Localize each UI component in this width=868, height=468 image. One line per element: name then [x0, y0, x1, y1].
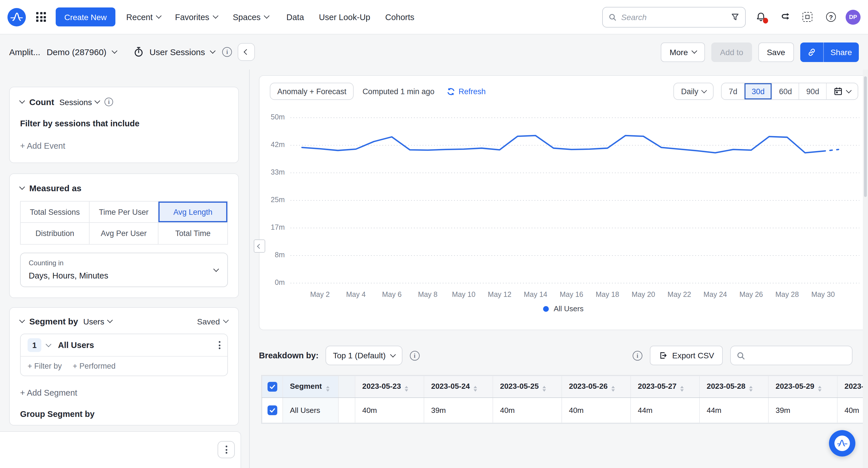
refresh-button[interactable]: Refresh [446, 87, 486, 96]
more-button[interactable]: More [661, 42, 705, 62]
nav-user-lookup-link[interactable]: User Look-Up [319, 12, 370, 22]
collapse-sidebar-button[interactable] [238, 43, 255, 61]
segment-by-title: Segment by [29, 316, 78, 326]
sidebar-kebab-button[interactable] [218, 441, 235, 458]
forecast-line [823, 150, 838, 151]
option-distribution[interactable]: Distribution [21, 223, 90, 244]
export-csv-button[interactable]: Export CSV [650, 346, 723, 365]
breakdown-dropdown[interactable]: Top 1 (Default) [326, 346, 402, 365]
sort-icon[interactable] [749, 386, 753, 392]
row-checkbox[interactable] [268, 405, 277, 415]
group-segment-by-label: Group Segment by [20, 409, 228, 418]
performed-button[interactable]: + Performed [73, 362, 115, 370]
info-icon[interactable]: i [410, 350, 420, 360]
main-area: Anomaly + Forecast Computed 1 min ago Re… [250, 69, 868, 468]
nav-data-link[interactable]: Data [286, 12, 304, 22]
sort-icon[interactable] [818, 386, 822, 392]
option-avg-length[interactable]: Avg Length [158, 201, 227, 223]
copy-link-button[interactable] [800, 42, 823, 62]
chevron-down-icon [107, 317, 113, 323]
scrollbar-thumb[interactable] [864, 76, 867, 197]
chevron-down-icon[interactable] [210, 48, 216, 54]
add-event-button[interactable]: + Add Event [20, 141, 228, 151]
range-90d[interactable]: 90d [799, 83, 826, 99]
sort-icon[interactable] [681, 386, 684, 392]
nav-cohorts-link[interactable]: Cohorts [385, 12, 414, 22]
user-avatar[interactable]: DP [846, 9, 861, 24]
chevron-down-icon [692, 48, 698, 54]
segment-index[interactable]: 1 [28, 338, 41, 352]
option-total-time[interactable]: Total Time [158, 223, 227, 244]
legend-label[interactable]: All Users [554, 304, 584, 313]
anomaly-forecast-button[interactable]: Anomaly + Forecast [270, 83, 354, 100]
custom-date-range-button[interactable] [826, 83, 858, 99]
filter-by-button[interactable]: + Filter by [28, 362, 62, 370]
collapse-section-icon[interactable] [19, 317, 25, 323]
granularity-dropdown[interactable]: Daily [674, 83, 714, 100]
date-column-header[interactable]: 2023-05-28 [700, 376, 768, 398]
collapse-section-icon[interactable] [19, 98, 25, 104]
option-time-per-user[interactable]: Time Per User [90, 201, 158, 223]
project-name[interactable]: Demo (287960) [46, 47, 106, 57]
info-icon[interactable]: i [222, 47, 232, 57]
add-segment-button[interactable]: + Add Segment [20, 388, 228, 397]
value-cell: 39m [768, 398, 837, 423]
info-icon[interactable]: i [632, 350, 642, 360]
global-search[interactable] [602, 7, 746, 27]
date-column-header[interactable]: 2023-05-24 [424, 376, 493, 398]
line-chart[interactable]: 50m42m33m25m17m8m0mMay 2May 4May 6May 8M… [259, 108, 867, 300]
filter-funnel-icon[interactable] [731, 12, 739, 21]
vertical-scrollbar[interactable] [863, 69, 868, 468]
select-region-icon[interactable] [803, 12, 812, 22]
sort-icon[interactable] [405, 386, 408, 392]
counting-in-select[interactable]: Counting in Days, Hours, Minutes [20, 253, 228, 287]
segment-entity-dropdown[interactable]: Users [83, 317, 112, 326]
select-all-checkbox[interactable] [268, 382, 277, 392]
chevron-down-icon[interactable] [45, 341, 51, 347]
nav-recent-dropdown[interactable]: Recent [126, 12, 161, 22]
date-column-header[interactable]: 2023-05-25 [493, 376, 562, 398]
event-dropdown[interactable]: Sessions [59, 97, 100, 106]
date-column-header[interactable]: 2023-05-29 [768, 376, 837, 398]
range-7d[interactable]: 7d [722, 83, 744, 99]
option-total-sessions[interactable]: Total Sessions [21, 201, 90, 223]
table-search-input[interactable] [730, 346, 852, 365]
journeys-icon[interactable] [780, 11, 790, 22]
org-name[interactable]: Amplit... [9, 47, 40, 57]
nav-spaces-dropdown[interactable]: Spaces [233, 12, 269, 22]
chevron-down-icon[interactable] [112, 48, 118, 54]
save-button[interactable]: Save [758, 42, 794, 62]
chevron-left-icon [243, 49, 249, 55]
date-column-header[interactable]: 2023-05-23 [355, 376, 424, 398]
chevron-down-icon [212, 13, 218, 19]
segment-name[interactable]: All Users [58, 341, 94, 350]
range-60d[interactable]: 60d [772, 83, 799, 99]
search-input[interactable] [621, 12, 726, 22]
count-section-title: Count [29, 97, 54, 107]
x-axis-tick: May 18 [596, 290, 619, 299]
nav-favorites-dropdown[interactable]: Favorites [175, 12, 217, 22]
segment-name-cell[interactable]: All Users [283, 398, 338, 423]
date-column-header[interactable]: 2023-05-26 [562, 376, 631, 398]
amplitude-logo-icon[interactable] [7, 8, 26, 26]
chart-title[interactable]: User Sessions [150, 47, 205, 57]
segment-kebab-menu[interactable] [219, 341, 220, 349]
amplitude-assistant-fab[interactable] [829, 430, 856, 457]
collapse-section-icon[interactable] [19, 184, 25, 190]
sort-icon[interactable] [543, 386, 546, 392]
sort-icon[interactable] [612, 386, 615, 392]
range-30d[interactable]: 30d [744, 83, 772, 99]
segment-column-header[interactable]: Segment [283, 376, 338, 398]
saved-dropdown[interactable]: Saved [197, 317, 228, 326]
chart-scroll-left-button[interactable] [254, 240, 265, 253]
notifications-bell-icon[interactable] [755, 11, 766, 22]
help-icon[interactable]: ? [826, 12, 836, 22]
share-button[interactable]: Share [824, 42, 859, 62]
create-new-button[interactable]: Create New [56, 7, 115, 26]
date-column-header[interactable]: 2023-05-27 [631, 376, 700, 398]
apps-grid-icon[interactable] [36, 12, 46, 22]
sort-icon[interactable] [474, 386, 477, 392]
option-avg-per-user[interactable]: Avg Per User [90, 223, 158, 244]
sort-icon[interactable] [326, 386, 329, 392]
info-icon[interactable]: i [104, 98, 113, 106]
